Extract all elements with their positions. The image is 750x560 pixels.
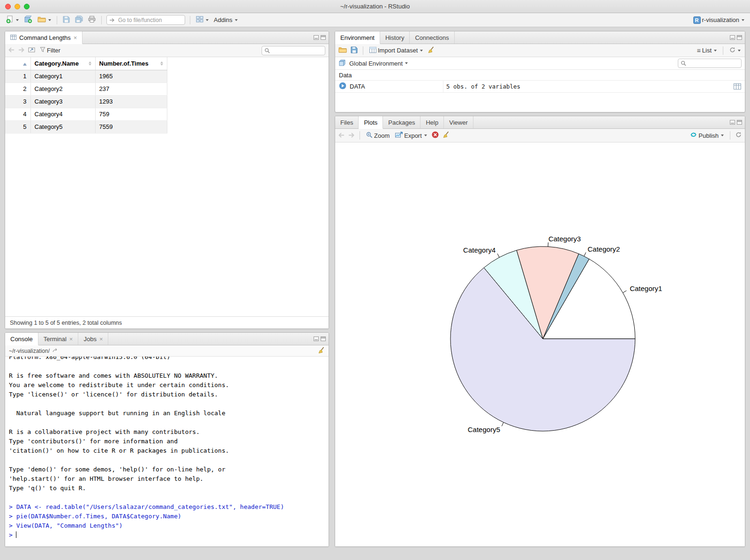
category-name-cell: Category2 (30, 82, 95, 95)
new-file-button[interactable] (5, 15, 20, 26)
table-row[interactable]: 1Category11965 (5, 70, 167, 82)
pie-label-category2: Category2 (588, 245, 620, 253)
maximize-pane-icon[interactable] (737, 35, 742, 40)
close-tab-icon[interactable]: × (99, 336, 103, 342)
export-plot-button[interactable]: Export (394, 131, 428, 140)
console-output-line: 'help.start()' for an HTML browser inter… (9, 474, 325, 484)
console-cursor (16, 531, 17, 538)
data-table: Category.Name Number.of.Times 1Category1… (5, 57, 167, 134)
category-name-cell: Category1 (30, 70, 95, 82)
number-of-times-cell: 759 (95, 108, 167, 120)
minimize-pane-icon[interactable] (730, 35, 735, 40)
maximize-pane-icon[interactable] (321, 35, 326, 40)
tab-label: Plots (364, 119, 377, 126)
fullscreen-window-button[interactable] (24, 4, 30, 9)
table-row[interactable]: 3Category31293 (5, 95, 167, 108)
tab-connections[interactable]: Connections (410, 31, 454, 44)
clear-all-plots-broom-icon[interactable] (442, 131, 450, 140)
save-all-icon (75, 15, 83, 24)
forward-icon[interactable] (18, 47, 24, 54)
clear-console-broom-icon[interactable] (318, 347, 325, 355)
next-plot-icon[interactable] (348, 132, 354, 139)
environment-scope-selector[interactable]: Global Environment (348, 59, 409, 68)
tab-packages[interactable]: Packages (383, 116, 420, 128)
refresh-plot-icon[interactable] (735, 132, 742, 139)
save-workspace-icon[interactable] (351, 46, 358, 55)
tab-label: Help (426, 119, 438, 126)
refresh-environment-button[interactable] (728, 46, 742, 55)
tab-command-lengths[interactable]: Command Lengths × (5, 31, 82, 44)
load-workspace-icon[interactable] (338, 46, 347, 54)
minimize-window-button[interactable] (15, 4, 20, 9)
goto-file-input[interactable] (106, 15, 185, 25)
tab-console[interactable]: Console (5, 333, 38, 345)
column-header-category-name[interactable]: Category.Name (30, 57, 95, 70)
data-table-body: Category.Name Number.of.Times 1Category1… (5, 57, 329, 316)
close-window-button[interactable] (5, 4, 11, 9)
category-name-cell: Category4 (30, 108, 95, 120)
tab-label: Files (340, 119, 353, 126)
environment-object-row[interactable]: DATA 5 obs. of 2 variables (335, 81, 745, 93)
data-viewer-search-input[interactable] (272, 47, 322, 54)
back-icon[interactable] (8, 47, 15, 54)
environment-search-input[interactable] (688, 60, 739, 67)
list-label: List (702, 47, 712, 54)
remove-plot-icon[interactable] (432, 131, 439, 140)
tab-history[interactable]: History (380, 31, 410, 44)
maximize-pane-icon[interactable] (321, 336, 326, 341)
go-to-directory-icon[interactable] (52, 348, 59, 354)
zoom-plot-button[interactable]: Zoom (365, 131, 390, 141)
column-header-number-of-times[interactable]: Number.of.Times (95, 57, 167, 70)
tab-viewer[interactable]: Viewer (444, 116, 473, 128)
tab-environment[interactable]: Environment (335, 31, 380, 44)
open-in-new-window-icon[interactable] (28, 47, 35, 54)
list-view-button[interactable]: ≡ List (696, 46, 718, 55)
expand-object-icon[interactable] (339, 82, 346, 91)
pie-label-tick (623, 291, 627, 293)
filter-button[interactable]: Filter (39, 46, 61, 55)
view-table-icon[interactable] (734, 83, 745, 90)
tab-files[interactable]: Files (335, 116, 359, 128)
number-of-times-cell: 1965 (95, 70, 167, 82)
previous-plot-icon[interactable] (338, 132, 345, 139)
console-output-line: R is a collaborative project with many c… (9, 427, 325, 437)
addins-button[interactable]: Addins (213, 15, 239, 24)
console-path-bar: ~/r-visualization/ (5, 345, 329, 357)
tab-label: Connections (415, 34, 449, 41)
tab-plots[interactable]: Plots (359, 116, 383, 129)
minimize-pane-icon[interactable] (730, 120, 735, 125)
tab-terminal[interactable]: Terminal × (38, 333, 79, 345)
open-file-button[interactable] (37, 15, 52, 25)
table-row[interactable]: 2Category2237 (5, 82, 167, 95)
chevron-down-icon (405, 62, 408, 64)
tab-jobs[interactable]: Jobs × (78, 333, 108, 345)
close-tab-icon[interactable]: × (74, 35, 77, 41)
table-row[interactable]: 5Category57559 (5, 120, 167, 133)
save-button[interactable] (62, 15, 71, 25)
save-all-button[interactable] (74, 15, 84, 25)
minimize-pane-icon[interactable] (314, 35, 319, 40)
clear-environment-broom-icon[interactable] (428, 46, 435, 55)
console-output[interactable]: Platform: x86_64-apple-darwin15.6.0 (64-… (5, 357, 329, 546)
minimize-pane-icon[interactable] (314, 336, 319, 341)
tab-label: Terminal (44, 336, 67, 343)
number-of-times-cell: 1293 (95, 95, 167, 108)
tab-help[interactable]: Help (420, 116, 444, 128)
new-project-button[interactable] (23, 15, 33, 26)
row-number-header[interactable] (5, 57, 30, 70)
console-output-line: Type 'demo()' for some demos, 'help()' f… (9, 465, 325, 474)
print-button[interactable] (87, 15, 97, 25)
import-dataset-button[interactable]: Import Dataset (368, 46, 424, 55)
environment-scope-bar: Global Environment (335, 57, 745, 70)
pane-layout-button[interactable] (195, 15, 210, 25)
table-header-row: Category.Name Number.of.Times (5, 57, 167, 70)
close-tab-icon[interactable]: × (69, 336, 73, 342)
category-name-cell: Category5 (30, 120, 95, 133)
table-row[interactable]: 4Category4759 (5, 108, 167, 120)
new-document-icon (6, 15, 14, 25)
publish-button[interactable]: Publish (689, 130, 725, 141)
maximize-pane-icon[interactable] (737, 120, 742, 125)
plots-pane: Files Plots Packages Help Viewer Zoom (335, 116, 745, 547)
tab-label: Environment (340, 34, 375, 41)
project-selector[interactable]: R r-visualization (692, 15, 745, 25)
